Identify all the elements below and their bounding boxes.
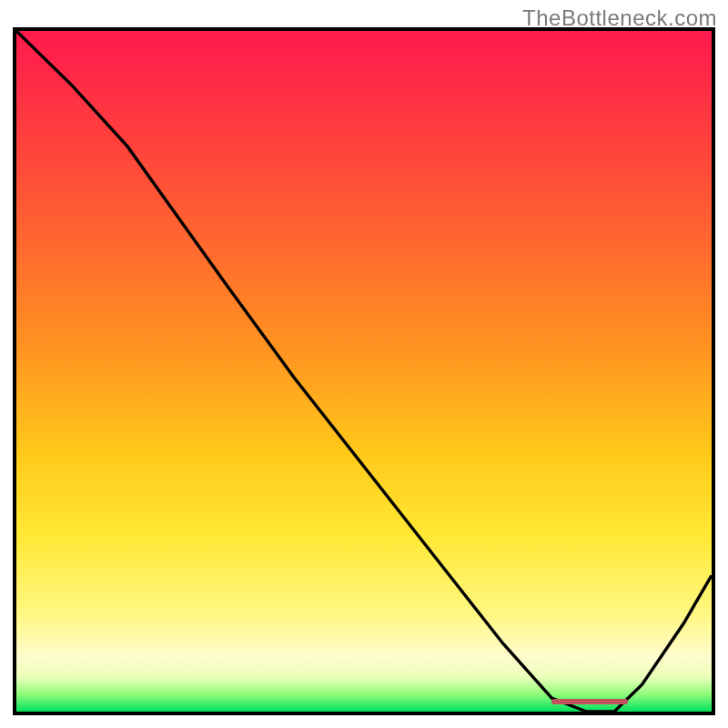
bottleneck-curve-path	[16, 31, 712, 712]
watermark-text: TheBottleneck.com	[522, 5, 717, 31]
plot-area	[13, 27, 715, 715]
bottleneck-curve	[16, 31, 712, 712]
optimal-range-marker	[551, 699, 628, 704]
